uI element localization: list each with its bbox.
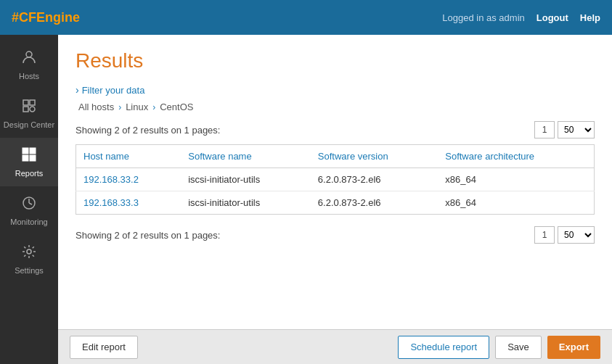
cell-software-arch: x86_64 (438, 168, 594, 191)
svg-rect-1 (23, 100, 28, 105)
sidebar-item-settings-label: Settings (15, 266, 44, 275)
svg-rect-5 (23, 148, 28, 154)
col-software-arch: Software architecture (438, 145, 594, 168)
cell-software-arch: x86_64 (438, 191, 594, 215)
help-button[interactable]: Help (580, 12, 600, 23)
per-page-select-bottom[interactable]: 50 10 25 100 (558, 226, 595, 244)
sidebar-item-settings[interactable]: Settings (0, 235, 58, 284)
filter-link[interactable]: › Filter your data (76, 84, 595, 96)
edit-report-button[interactable]: Edit report (70, 336, 138, 359)
sidebar-item-design-center[interactable]: Design Center (0, 89, 58, 138)
results-info-top: Showing 2 of 2 results on 1 pages: 1 50 … (76, 121, 595, 138)
topnav-right: Logged in as admin Logout Help (442, 12, 600, 23)
reports-icon (21, 146, 37, 166)
logo-name: CFEngine (19, 10, 80, 25)
cell-host: 192.168.33.3 (76, 191, 181, 215)
breadcrumb: All hosts › Linux › CentOS (78, 102, 595, 112)
main-content: Results › Filter your data All hosts › L… (58, 35, 612, 329)
filter-section: › Filter your data All hosts › Linux › C… (76, 84, 595, 112)
bottom-left-actions: Edit report (70, 336, 138, 359)
col-software-name: Software name (181, 145, 311, 168)
breadcrumb-all-hosts: All hosts (78, 102, 114, 112)
results-info-bottom: Showing 2 of 2 results on 1 pages: 1 50 … (76, 226, 595, 244)
svg-point-4 (30, 107, 35, 112)
save-button[interactable]: Save (495, 336, 542, 359)
host-link[interactable]: 192.168.33.3 (83, 197, 139, 208)
page-number-bottom: 1 (534, 226, 555, 244)
logged-in-label: Logged in as admin (442, 12, 524, 23)
table-row: 192.168.33.2 iscsi-initiator-utils 6.2.0… (76, 168, 595, 191)
cell-software-version: 6.2.0.873-2.el6 (311, 191, 438, 215)
svg-rect-3 (23, 107, 28, 112)
main-panel: Results › Filter your data All hosts › L… (58, 35, 612, 364)
sidebar-item-reports[interactable]: Reports (0, 138, 58, 186)
monitoring-icon (21, 195, 37, 215)
breadcrumb-sep-1: › (118, 102, 121, 112)
hosts-icon (21, 49, 37, 69)
filter-label: Filter your data (82, 85, 145, 96)
main-layout: Hosts Design Center (0, 35, 612, 364)
host-link[interactable]: 192.168.33.2 (83, 174, 139, 185)
logo-hash: # (12, 10, 19, 25)
bottom-bar: Edit report Schedule report Save Export (58, 329, 612, 364)
cell-software-name: iscsi-initiator-utils (181, 168, 311, 191)
svg-rect-2 (30, 100, 35, 105)
sidebar-item-hosts[interactable]: Hosts (0, 41, 58, 89)
breadcrumb-linux: Linux (126, 102, 148, 112)
bottom-right-actions: Schedule report Save Export (398, 336, 600, 359)
app-logo: #CFEngine (12, 10, 442, 25)
sidebar: Hosts Design Center (0, 35, 58, 364)
sidebar-item-hosts-label: Hosts (19, 72, 39, 80)
chevron-right-icon: › (76, 84, 79, 96)
breadcrumb-centos: CentOS (160, 102, 193, 112)
svg-rect-7 (23, 155, 28, 161)
cell-host: 192.168.33.2 (76, 168, 181, 191)
table-body: 192.168.33.2 iscsi-initiator-utils 6.2.0… (76, 168, 595, 215)
svg-rect-8 (30, 155, 36, 161)
cell-software-name: iscsi-initiator-utils (181, 191, 311, 215)
table-row: 192.168.33.3 iscsi-initiator-utils 6.2.0… (76, 191, 595, 215)
sidebar-item-monitoring-label: Monitoring (10, 218, 47, 226)
svg-point-0 (26, 51, 32, 57)
results-table: Host name Software name Software version… (76, 144, 595, 215)
page-title: Results (76, 49, 595, 73)
logout-button[interactable]: Logout (536, 12, 568, 23)
sidebar-item-design-center-label: Design Center (4, 120, 54, 129)
settings-icon (21, 244, 37, 263)
top-navigation: #CFEngine Logged in as admin Logout Help (0, 0, 612, 35)
design-center-icon (21, 98, 37, 117)
pagination-top: 1 50 10 25 100 (534, 121, 595, 138)
pagination-bottom: 1 50 10 25 100 (534, 226, 595, 244)
svg-rect-6 (30, 148, 36, 154)
cell-software-version: 6.2.0.873-2.el6 (311, 168, 438, 191)
schedule-report-button[interactable]: Schedule report (398, 336, 489, 359)
svg-point-10 (27, 249, 31, 254)
col-software-version: Software version (311, 145, 438, 168)
results-summary-top: Showing 2 of 2 results on 1 pages: (76, 125, 220, 136)
sidebar-item-reports-label: Reports (15, 169, 44, 178)
table-header-row: Host name Software name Software version… (76, 145, 595, 168)
results-summary-bottom: Showing 2 of 2 results on 1 pages: (76, 230, 220, 241)
sidebar-item-monitoring[interactable]: Monitoring (0, 186, 58, 235)
per-page-select-top[interactable]: 50 10 25 100 (558, 121, 595, 138)
col-host-name: Host name (76, 145, 181, 168)
page-number-top: 1 (534, 121, 555, 138)
export-button[interactable]: Export (547, 336, 600, 359)
breadcrumb-sep-2: › (152, 102, 155, 112)
